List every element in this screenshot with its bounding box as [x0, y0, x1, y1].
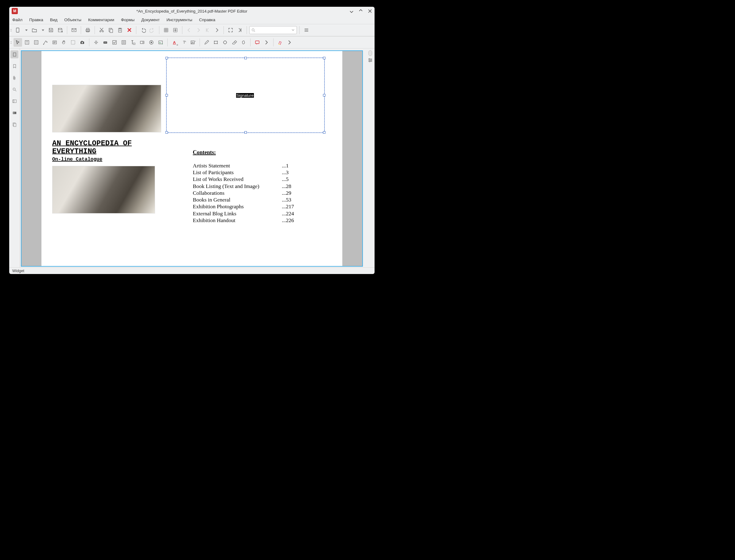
scrollbar-thumb[interactable] [368, 50, 372, 56]
form-edit-tool[interactable] [50, 38, 59, 47]
text-field-tool[interactable] [129, 38, 137, 47]
svg-rect-24 [80, 41, 84, 44]
app-logo-icon [12, 8, 18, 14]
menu-button[interactable] [302, 26, 311, 34]
properties-panel-button[interactable] [367, 57, 373, 63]
sticky-note-tool[interactable] [253, 38, 262, 47]
edit-text-tool[interactable]: T [23, 38, 31, 47]
open-file-button[interactable] [30, 26, 39, 34]
menu-view[interactable]: Вид [49, 16, 58, 23]
vector-edit-tool[interactable] [41, 38, 50, 47]
grid-button[interactable] [162, 26, 170, 34]
svg-rect-4 [87, 31, 89, 32]
radio-field-tool[interactable] [147, 38, 156, 47]
horiz-align-tool[interactable] [92, 38, 100, 47]
menu-edit[interactable]: Правка [29, 16, 44, 23]
rectangle-tool[interactable] [212, 38, 220, 47]
attachments-tab[interactable] [10, 74, 18, 82]
checkbox-field-tool[interactable] [110, 38, 119, 47]
listbox-field-tool[interactable] [119, 38, 128, 47]
contents-row-page: ...29 [282, 190, 291, 196]
highlight-tool[interactable]: A≡ [170, 38, 179, 47]
minimize-button[interactable] [350, 9, 354, 13]
snap-button[interactable] [171, 26, 180, 34]
document-view[interactable]: AN ENCYCLOPEDIA OF EVERYTHING On-line Ca… [20, 49, 366, 267]
svg-rect-55 [13, 100, 16, 102]
redo-button[interactable] [148, 26, 157, 34]
search-tab[interactable] [10, 85, 18, 93]
save-as-button[interactable] [56, 26, 65, 34]
new-file-dropdown[interactable] [23, 26, 29, 34]
new-file-button[interactable] [14, 26, 22, 34]
snapshot-tool[interactable] [78, 38, 87, 47]
fields-tab[interactable] [10, 97, 18, 105]
svg-rect-38 [191, 41, 194, 44]
button-field-tool[interactable] [101, 38, 110, 47]
fit-page-button[interactable] [226, 26, 235, 34]
highlight-marker-tool[interactable] [276, 38, 285, 47]
open-file-dropdown[interactable] [39, 26, 46, 34]
email-button[interactable] [70, 26, 78, 34]
more-annotations-button[interactable] [262, 38, 271, 47]
next-page-button[interactable] [213, 26, 221, 34]
ellipse-tool[interactable] [221, 38, 229, 47]
hand-tool[interactable] [60, 38, 68, 47]
select-tool[interactable] [14, 38, 22, 47]
resize-handle-w[interactable] [166, 94, 168, 96]
signatures-tab[interactable] [10, 109, 18, 117]
bookmarks-tab[interactable] [10, 62, 18, 70]
combobox-field-tool[interactable] [138, 38, 147, 47]
menu-file[interactable]: Файл [12, 16, 23, 23]
delete-button[interactable]: ✕ [125, 26, 134, 34]
svg-point-42 [214, 41, 215, 41]
menu-forms[interactable]: Формы [120, 16, 135, 23]
first-page-button[interactable] [203, 26, 212, 34]
resize-handle-ne[interactable] [323, 57, 326, 59]
last-page-button[interactable] [236, 26, 244, 34]
more-markers-button[interactable] [285, 38, 294, 47]
prev-doc-button[interactable] [185, 26, 194, 34]
undo-button[interactable] [139, 26, 147, 34]
save-button[interactable] [47, 26, 55, 34]
cut-button[interactable] [97, 26, 106, 34]
menu-document[interactable]: Документ [141, 16, 160, 23]
resize-handle-e[interactable] [323, 94, 326, 96]
print-button[interactable] [84, 26, 92, 34]
paste-button[interactable] [116, 26, 124, 34]
svg-point-48 [225, 44, 225, 44]
eraser-tool[interactable] [230, 38, 239, 47]
insert-image-tool[interactable]: + [189, 38, 197, 47]
resize-handle-se[interactable] [323, 131, 326, 134]
copy-button[interactable] [107, 26, 115, 34]
insert-text-tool[interactable]: T+ [179, 38, 188, 47]
resize-handle-sw[interactable] [166, 131, 168, 134]
contents-row: Artists Statement...1 [193, 162, 294, 169]
signature-field[interactable]: Signature [166, 58, 325, 133]
thumbnails-tab[interactable] [10, 50, 18, 58]
close-button[interactable] [368, 9, 372, 13]
menu-objects[interactable]: Объекты [64, 16, 82, 23]
svg-rect-13 [25, 41, 29, 44]
edit-document-tool[interactable] [32, 38, 41, 47]
resize-handle-nw[interactable] [166, 57, 168, 59]
link-tool[interactable] [239, 38, 248, 47]
svg-point-16 [35, 41, 36, 42]
menu-help[interactable]: Справка [198, 16, 216, 23]
svg-text:T: T [26, 41, 28, 44]
search-input[interactable] [249, 26, 297, 34]
maximize-button[interactable] [359, 9, 363, 13]
signature-field-tool[interactable] [156, 38, 165, 47]
select-all-tool[interactable] [69, 38, 77, 47]
menu-tools[interactable]: Инструменты [166, 16, 193, 23]
menu-comments[interactable]: Комментарии [88, 16, 115, 23]
svg-rect-57 [13, 112, 16, 114]
resize-handle-s[interactable] [244, 131, 247, 134]
pages-tab[interactable] [10, 120, 18, 128]
contents-row: Books in General...53 [193, 196, 294, 203]
svg-rect-27 [104, 41, 107, 44]
next-doc-button[interactable] [194, 26, 203, 34]
pencil-tool[interactable] [202, 38, 211, 47]
statusbar: Widget [9, 267, 374, 274]
pdf-page[interactable]: AN ENCYCLOPEDIA OF EVERYTHING On-line Ca… [41, 51, 342, 266]
resize-handle-n[interactable] [244, 57, 247, 59]
